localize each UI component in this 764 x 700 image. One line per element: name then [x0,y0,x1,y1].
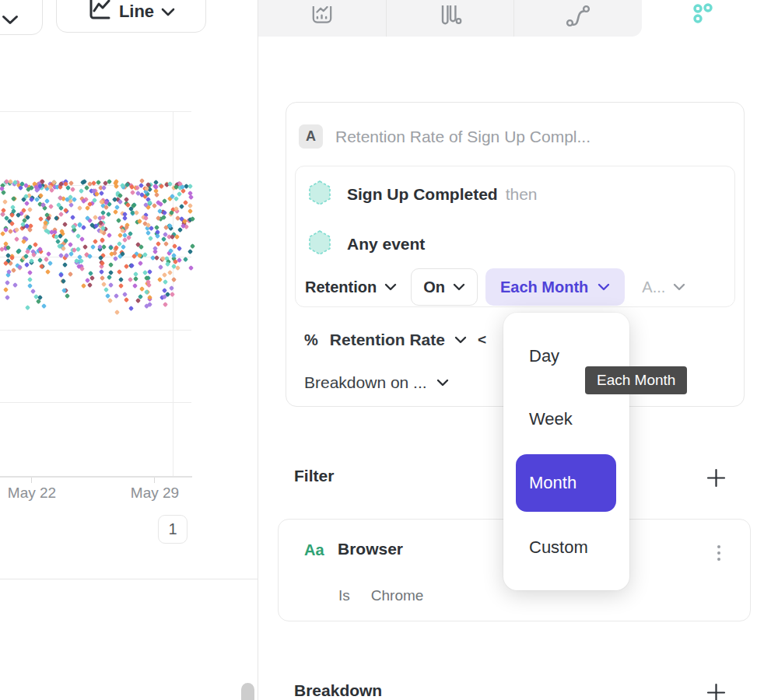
event-hexagon-icon [307,229,332,259]
event-suffix: then [506,185,538,204]
chevron-down-icon [454,336,467,344]
bar-chart-icon [439,5,462,32]
tab-scatter[interactable] [682,0,725,37]
query-title[interactable]: Retention Rate of Sign Up Compl... [335,128,591,146]
breakdown-on-dropdown[interactable]: Breakdown on ... [304,371,449,394]
gridline [0,111,191,112]
filter-section-title: Filter [294,467,334,485]
add-breakdown-button[interactable] [704,681,727,700]
chevron-down-icon [436,379,449,387]
chevron-down-icon [384,283,397,291]
interval-menu: Day Week Month Custom [503,313,629,590]
event-name: Any event [347,235,425,254]
chart-pane: Line May 22 May 29 1 [0,0,258,700]
measure-row[interactable]: % Retention Rate < [304,328,486,352]
filter-value[interactable]: Chrome [371,587,424,604]
scatter-dots-icon [692,3,715,30]
x-axis [0,476,192,478]
on-label: On [423,278,445,296]
interval-tooltip: Each Month [585,366,687,394]
measure-label: Retention Rate [330,331,445,349]
chart-type-dropdown[interactable]: Line [56,0,206,33]
tab-bar-chart[interactable] [386,0,514,37]
flow-icon [566,5,591,32]
chevron-down-icon [673,283,685,291]
chevron-down-icon [161,8,175,16]
add-filter-button[interactable] [704,466,727,489]
gridline [0,402,191,403]
menu-item-custom[interactable]: Custom [529,537,588,558]
axis-tick [154,478,155,483]
on-dropdown[interactable]: On [411,268,478,306]
axis-tick [31,478,32,483]
plus-icon [706,682,727,700]
retention-mode-dropdown[interactable]: Retention [305,278,397,296]
retention-scatter-plot [0,111,191,476]
tab-flow[interactable] [513,0,642,37]
breakdown-on-label: Breakdown on ... [304,373,427,392]
metrics-chart-icon [310,6,334,31]
chevron-down-icon [598,283,610,291]
overflow-dropdown[interactable]: A... [642,278,685,296]
filter-condition: Is Chrome [338,587,423,604]
pager-previous[interactable]: < [478,331,486,348]
x-axis-label: May 29 [120,485,190,502]
breakdown-section-title: Breakdown [294,681,382,700]
chart-type-label: Line [119,2,154,22]
retention-controls-row: Retention On Each Month A... [305,268,685,306]
chevron-down-icon [2,15,19,25]
filter-menu-button[interactable] [711,540,727,566]
event-name: Sign Up Completed [347,185,498,204]
retention-mode-label: Retention [305,278,377,296]
interval-label: Each Month [500,278,588,296]
overflow-label: A... [642,278,665,296]
filter-property: Browser [338,540,403,558]
string-property-icon: Aa [304,541,324,559]
menu-item-month[interactable]: Month [516,454,616,512]
event-step-row[interactable]: Any event [307,232,425,257]
menu-item-week[interactable]: Week [529,409,573,429]
divider [0,579,258,579]
series-collapse-button[interactable] [0,0,43,35]
menu-item-day[interactable]: Day [529,346,559,366]
line-chart-icon [87,0,112,25]
gridline [0,330,191,331]
percent-icon: % [304,331,318,349]
page-indicator-badge[interactable]: 1 [158,515,187,544]
view-tabbar [258,0,642,37]
filter-operator[interactable]: Is [338,587,350,604]
chevron-down-icon [453,283,465,291]
event-card: Sign Up Completed then Any event Retenti… [295,166,735,307]
tab-line-chart[interactable] [258,0,386,37]
x-axis-label: May 22 [0,485,67,502]
event-hexagon-icon [307,180,332,209]
event-step-row[interactable]: Sign Up Completed then [307,182,538,207]
event-label-badge: A [299,124,323,149]
interval-dropdown[interactable]: Each Month [485,268,625,306]
scrollbar-thumb[interactable] [241,683,254,700]
pane-divider [258,0,258,700]
plus-icon [706,467,727,488]
